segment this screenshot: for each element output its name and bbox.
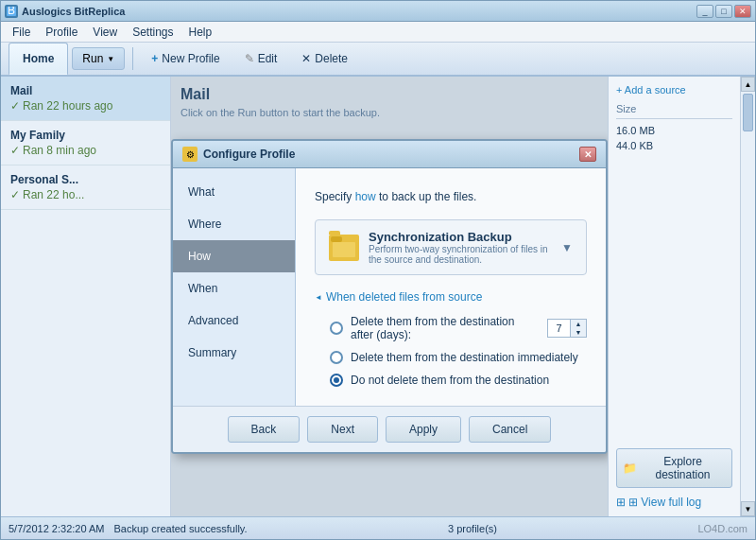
delete-button[interactable]: ✕ Delete <box>291 47 358 70</box>
sidebar-item-myfamily-status: Ran 8 min ago <box>23 144 96 157</box>
app-icon: B <box>5 5 18 18</box>
modal-title-group: ⚙ Configure Profile <box>182 147 295 162</box>
radio-group: Delete them from the destination after (… <box>315 315 587 387</box>
sidebar-item-myfamily-sub: ✓ Ran 8 min ago <box>10 144 161 157</box>
radio-item-days: Delete them from the destination after (… <box>330 315 587 341</box>
scroll-up-button[interactable]: ▲ <box>741 77 755 92</box>
edit-button[interactable]: ✎ Edit <box>234 47 288 70</box>
cancel-button[interactable]: Cancel <box>469 416 551 443</box>
configure-profile-modal: ⚙ Configure Profile ✕ What Where How Whe… <box>171 139 608 454</box>
status-logo: LO4D.com <box>697 523 747 534</box>
svg-text:B: B <box>8 7 15 16</box>
sidebar-item-mail-sub: ✓ Ran 22 hours ago <box>10 99 161 113</box>
sidebar-item-mail-status: Ran 22 hours ago <box>23 99 112 113</box>
spinner-down[interactable]: ▼ <box>571 328 586 337</box>
size-row-1: 16.0 MB <box>616 123 732 138</box>
view-full-log-button[interactable]: ⊞ ⊞ View full log <box>616 496 732 509</box>
run-dropdown-icon[interactable]: ▼ <box>107 55 114 63</box>
menu-file[interactable]: File <box>5 24 38 41</box>
menu-bar: File Profile View Settings Help <box>1 22 755 43</box>
spinner-up[interactable]: ▲ <box>571 320 586 328</box>
modal-footer: Back Next Apply Cancel <box>173 406 606 452</box>
add-source-button[interactable]: + Add a source <box>616 84 732 96</box>
edit-label: Edit <box>258 52 278 65</box>
svg-rect-4 <box>333 242 355 257</box>
menu-profile[interactable]: Profile <box>38 24 85 41</box>
status-message: Backup created successfully. <box>114 523 248 534</box>
content-area: Mail Click on the Run button to start th… <box>171 77 608 516</box>
main-area: Mail ✓ Ran 22 hours ago My Family ✓ Ran … <box>1 77 755 516</box>
check-icon-myfamily: ✓ <box>10 144 20 157</box>
backup-type-selector[interactable]: Synchronization Backup Perform two-way s… <box>315 219 587 275</box>
menu-settings[interactable]: Settings <box>125 24 180 41</box>
sidebar-item-personals-sub: ✓ Ran 22 ho... <box>10 188 161 201</box>
status-date: 5/7/2012 2:32:20 AM <box>9 523 105 534</box>
modal-nav-where[interactable]: Where <box>173 208 295 240</box>
delete-label: Delete <box>315 52 348 65</box>
modal-close-button[interactable]: ✕ <box>579 147 596 162</box>
scroll-track <box>741 92 755 501</box>
size-row-2: 44.0 KB <box>616 138 732 153</box>
radio-immediately[interactable] <box>330 351 343 364</box>
log-icon: ⊞ <box>616 496 626 509</box>
toolbar: Home Run ▼ + New Profile ✎ Edit ✕ Delete <box>1 43 755 77</box>
new-profile-label: New Profile <box>162 52 219 65</box>
sidebar: Mail ✓ Ran 22 hours ago My Family ✓ Ran … <box>1 77 171 516</box>
modal-nav-what[interactable]: What <box>173 176 295 208</box>
check-icon-personals: ✓ <box>10 188 20 201</box>
radio-item-immediately: Delete them from the destination immedia… <box>330 351 587 364</box>
explore-destination-button[interactable]: 📁 Explore destination <box>616 448 732 488</box>
backup-type-info: Synchronization Backup Perform two-way s… <box>369 230 552 265</box>
maximize-button[interactable]: □ <box>715 5 732 18</box>
modal-nav-summary[interactable]: Summary <box>173 337 295 369</box>
close-button[interactable]: ✕ <box>734 5 751 18</box>
spinner-days[interactable]: 7 ▲ ▼ <box>547 319 587 338</box>
radio-nodelete[interactable] <box>330 374 343 387</box>
modal-nav: What Where How When Advanced Summary <box>173 168 296 406</box>
sidebar-item-mail[interactable]: Mail ✓ Ran 22 hours ago <box>1 77 170 121</box>
menu-view[interactable]: View <box>85 24 125 41</box>
menu-help[interactable]: Help <box>181 24 220 41</box>
modal-heading: Specify how to back up the files. <box>315 187 587 204</box>
radio-immediately-label: Delete them from the destination immedia… <box>351 351 578 364</box>
folder-icon <box>329 235 359 261</box>
modal-nav-how[interactable]: How <box>173 240 295 272</box>
modal-title: Configure Profile <box>203 148 295 161</box>
title-bar: B Auslogics BitReplica _ □ ✕ <box>1 1 755 22</box>
scroll-down-button[interactable]: ▼ <box>741 501 755 516</box>
radio-nodelete-label: Do not delete them from the destination <box>351 374 549 387</box>
sidebar-item-personals[interactable]: Personal S... ✓ Ran 22 ho... <box>1 165 170 210</box>
back-button[interactable]: Back <box>228 416 301 443</box>
explore-dest-label: Explore destination <box>640 455 726 481</box>
modal-nav-when[interactable]: When <box>173 272 295 305</box>
new-profile-button[interactable]: + New Profile <box>141 47 230 70</box>
sidebar-item-myfamily[interactable]: My Family ✓ Ran 8 min ago <box>1 121 170 165</box>
view-full-log-label: ⊞ View full log <box>628 496 701 509</box>
section-title: When deleted files from source <box>315 290 587 304</box>
apply-button[interactable]: Apply <box>386 416 461 443</box>
modal-title-bar: ⚙ Configure Profile ✕ <box>173 141 606 168</box>
toolbar-separator <box>132 47 133 70</box>
home-tab[interactable]: Home <box>9 43 68 75</box>
modal-heading-rest: to back up the files. <box>376 190 477 203</box>
edit-icon: ✎ <box>245 52 254 65</box>
sidebar-item-personals-title: Personal S... <box>10 173 161 186</box>
status-profiles: 3 profile(s) <box>448 523 497 534</box>
radio-days[interactable] <box>330 322 343 335</box>
modal-nav-advanced[interactable]: Advanced <box>173 305 295 337</box>
window-controls: _ □ ✕ <box>696 5 751 18</box>
modal-heading-colored: how <box>355 190 376 203</box>
backup-type-name: Synchronization Backup <box>369 230 552 244</box>
modal-overlay: ⚙ Configure Profile ✕ What Where How Whe… <box>171 77 608 516</box>
modal-body: What Where How When Advanced Summary Spe… <box>173 168 606 406</box>
scroll-thumb[interactable] <box>743 94 753 131</box>
sidebar-item-personals-status: Ran 22 ho... <box>23 188 84 201</box>
next-button[interactable]: Next <box>307 416 378 443</box>
modal-main-content: Specify how to back up the files. <box>296 168 606 406</box>
backup-type-dropdown-icon[interactable]: ▼ <box>561 241 573 254</box>
minimize-button[interactable]: _ <box>696 5 713 18</box>
run-button[interactable]: Run ▼ <box>72 47 125 70</box>
modal-heading-plain: Specify <box>315 190 355 203</box>
delete-icon: ✕ <box>301 52 311 65</box>
right-panel-gap <box>616 488 732 496</box>
